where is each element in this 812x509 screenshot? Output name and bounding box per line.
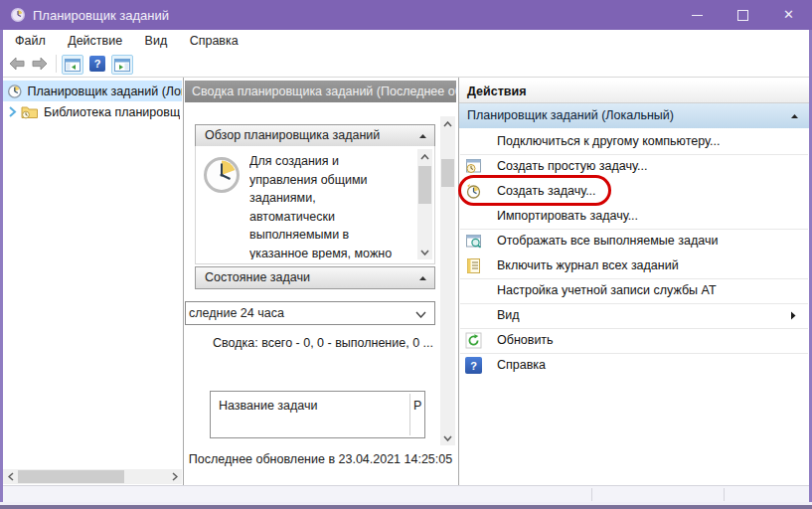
task-status-section-header[interactable]: Состояние задачи: [195, 266, 435, 289]
overview-section-title: Обзор планировщика заданий: [205, 128, 380, 142]
highlight-ellipse: [458, 175, 611, 206]
menu-bar: Файл Действие Вид Справка: [3, 30, 809, 52]
table-header-task-name[interactable]: Название задачи: [219, 399, 317, 413]
overview-scrollbar[interactable]: [417, 149, 432, 259]
task-library-folder-icon: [21, 104, 39, 119]
action-at-service-account[interactable]: Настройка учетной записи службы AT: [459, 278, 809, 303]
summary-pane-header: Сводка планировщика заданий (Последнее о…: [185, 81, 456, 102]
dropdown-value: следние 24 часа: [189, 306, 284, 320]
create-basic-task-icon: [465, 158, 482, 175]
table-header-result[interactable]: Р: [413, 399, 423, 413]
toolbar: ?: [3, 52, 809, 78]
statusbar-divider: [724, 488, 725, 501]
scroll-down-icon: [420, 250, 429, 255]
action-help[interactable]: ? Справка: [459, 353, 809, 378]
task-summary-line: Сводка: всего - 0, 0 - выполнение, 0 ...: [213, 336, 433, 350]
tree-item-task-library[interactable]: Библиотека планировщ: [3, 101, 182, 122]
help-icon: ?: [89, 56, 105, 72]
console-tree-icon: [65, 59, 81, 72]
running-tasks-icon: [465, 233, 482, 250]
tree-pane-divider[interactable]: [183, 78, 184, 485]
close-button[interactable]: ✕: [765, 0, 812, 30]
action-refresh[interactable]: Обновить: [459, 328, 809, 353]
overview-section-header[interactable]: Обзор планировщика заданий: [195, 124, 435, 147]
collapse-arrow-icon[interactable]: [418, 275, 427, 281]
scheduler-clock-icon: [7, 84, 23, 99]
collapse-arrow-icon[interactable]: [790, 113, 799, 119]
table-column-divider[interactable]: [409, 394, 410, 435]
task-scheduler-window: Планировщик заданий ✕ Файл Действие Вид …: [0, 0, 812, 509]
close-icon: ✕: [783, 0, 794, 30]
overview-description: Для создания и управления общими задания…: [249, 152, 406, 259]
scrollbar-thumb[interactable]: [418, 166, 431, 204]
forward-arrow-icon: [31, 57, 49, 71]
tree-item-label: Библиотека планировщ: [44, 105, 180, 119]
overview-clock-icon: [202, 155, 242, 195]
actions-pane-header: Действия: [459, 81, 809, 103]
menu-action[interactable]: Действие: [59, 30, 131, 48]
chevron-down-icon: [415, 311, 426, 318]
minimize-icon: [692, 15, 703, 16]
toolbar-help-button[interactable]: ?: [87, 55, 107, 73]
collapse-arrow-icon[interactable]: [418, 133, 427, 139]
task-status-table: Название задачи Р: [210, 391, 425, 438]
scroll-down-button[interactable]: [417, 245, 432, 259]
scroll-right-icon: [172, 472, 178, 481]
tree-horizontal-scrollbar[interactable]: [3, 469, 182, 484]
toolbar-separator: [56, 55, 57, 73]
scroll-up-icon: [420, 154, 429, 160]
action-display-running-tasks[interactable]: Отображать все выполняемые задачи: [459, 229, 809, 254]
refresh-icon: [465, 332, 482, 349]
app-clock-icon: [10, 7, 26, 23]
tree-item-label: Планировщик заданий (Лок: [28, 85, 182, 98]
window-border-bottom: [0, 505, 812, 509]
scroll-down-button[interactable]: [440, 430, 455, 445]
submenu-arrow-icon: [790, 311, 796, 320]
actions-group-header[interactable]: Планировщик заданий (Локальный): [459, 103, 809, 128]
scrollbar-thumb[interactable]: [18, 470, 124, 483]
menu-help[interactable]: Справка: [181, 30, 247, 48]
title-bar: Планировщик заданий ✕: [0, 0, 812, 30]
action-view-submenu[interactable]: Вид: [459, 303, 809, 328]
action-connect-to-computer[interactable]: Подключиться к другому компьютеру...: [459, 129, 809, 154]
scroll-down-icon: [443, 435, 452, 441]
forward-button[interactable]: [30, 55, 50, 73]
action-enable-task-history[interactable]: Включить журнал всех заданий: [459, 254, 809, 278]
scrollbar-thumb[interactable]: [441, 159, 454, 187]
time-period-dropdown[interactable]: следние 24 часа: [185, 301, 435, 325]
scroll-up-button[interactable]: [440, 116, 455, 131]
back-arrow-icon: [8, 57, 26, 71]
status-bar: [3, 485, 809, 502]
expander-chevron-icon[interactable]: [8, 106, 17, 117]
action-pane-icon: [114, 59, 130, 72]
summary-vertical-scrollbar[interactable]: [440, 116, 455, 445]
menu-view[interactable]: Вид: [136, 30, 177, 48]
maximize-icon: [737, 10, 748, 21]
task-status-section-title: Состояние задачи: [205, 270, 310, 284]
scroll-up-icon: [443, 121, 452, 127]
menu-file[interactable]: Файл: [6, 30, 55, 48]
back-button[interactable]: [7, 55, 27, 73]
actions-group-label: Планировщик заданий (Локальный): [467, 108, 674, 122]
last-refresh-label: Последнее обновление в 23.04.2021 14:25:…: [185, 452, 456, 466]
tree-item-task-scheduler[interactable]: Планировщик заданий (Лок: [3, 81, 182, 101]
show-action-pane-button[interactable]: [111, 55, 133, 75]
scroll-left-icon: [8, 472, 14, 481]
scroll-up-button[interactable]: [417, 149, 432, 164]
action-import-task[interactable]: Импортировать задачу...: [459, 204, 809, 229]
overview-section-body: Для создания и управления общими задания…: [195, 146, 435, 264]
window-title: Планировщик заданий: [33, 8, 169, 23]
statusbar-divider: [591, 488, 592, 501]
minimize-button[interactable]: [674, 0, 720, 30]
task-history-icon: [465, 257, 482, 274]
maximize-button[interactable]: [720, 0, 765, 30]
show-console-tree-button[interactable]: [62, 55, 83, 75]
scroll-right-button[interactable]: [167, 469, 182, 484]
scroll-left-button[interactable]: [3, 469, 18, 484]
help-icon: ?: [465, 357, 482, 374]
